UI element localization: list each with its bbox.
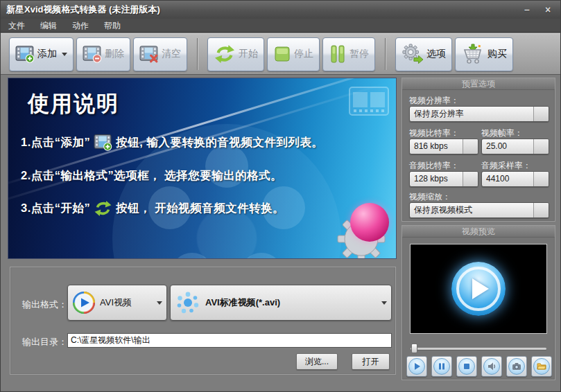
stop-button[interactable]: 停止 bbox=[267, 37, 320, 71]
buy-button[interactable]: 购买 bbox=[455, 37, 513, 71]
format-profile-value: AVI标准视频(*.avi) bbox=[205, 296, 377, 309]
pause-button-label: 暂停 bbox=[349, 48, 369, 60]
media-player-icon bbox=[72, 291, 96, 314]
title-bar: 新星Xvid视频格式转换器 (未注册版本) – × bbox=[1, 1, 560, 19]
folder-icon bbox=[533, 358, 550, 375]
mute-button[interactable] bbox=[481, 356, 502, 377]
step1-text-post: 按钮, 输入要转换的音视频文件到列表。 bbox=[116, 135, 323, 150]
slider-thumb[interactable] bbox=[411, 344, 417, 353]
pause-button[interactable]: 暂停 bbox=[322, 37, 375, 71]
buy-cart-icon bbox=[461, 44, 485, 64]
volume-icon bbox=[483, 358, 500, 375]
preview-screen bbox=[410, 244, 547, 334]
globe-gear-icon bbox=[332, 199, 397, 259]
pause-icon bbox=[433, 358, 450, 375]
preview-play-button[interactable] bbox=[406, 356, 427, 377]
stop-button-label: 停止 bbox=[294, 48, 313, 60]
clear-film-icon bbox=[139, 45, 159, 63]
menu-item-edit[interactable]: 编辑 bbox=[33, 19, 64, 33]
chevron-down-icon[interactable] bbox=[533, 139, 549, 154]
format-profile-select[interactable]: AVI标准视频(*.avi) bbox=[170, 285, 392, 321]
chevron-down-icon[interactable] bbox=[533, 172, 549, 186]
browse-button[interactable]: 浏览... bbox=[296, 353, 338, 370]
video-bitrate-select[interactable]: 816 kbps bbox=[409, 139, 478, 154]
start-icon bbox=[214, 44, 236, 64]
window-title: 新星Xvid视频格式转换器 (未注册版本) bbox=[6, 3, 160, 16]
delete-button[interactable]: 删除 bbox=[76, 37, 130, 71]
open-button[interactable]: 打开 bbox=[352, 353, 390, 370]
add-film-icon bbox=[15, 45, 35, 63]
resolution-label: 视频分辨率： bbox=[409, 95, 459, 107]
framerate-select[interactable]: 25.00 bbox=[481, 139, 549, 154]
molecule-icon bbox=[175, 289, 201, 316]
audio-bitrate-select[interactable]: 128 kbps bbox=[409, 171, 478, 187]
options-button[interactable]: 选项 bbox=[395, 37, 452, 71]
start-icon bbox=[94, 200, 112, 217]
chevron-down-icon[interactable] bbox=[463, 172, 478, 186]
snapshot-button[interactable] bbox=[506, 356, 527, 377]
resolution-select[interactable]: 保持原分辨率 bbox=[409, 106, 549, 122]
delete-film-icon bbox=[83, 45, 102, 63]
clear-button-label: 清空 bbox=[162, 48, 181, 60]
step1-text-pre: 1.点击“添加” bbox=[21, 135, 90, 150]
format-category-value: AVI视频 bbox=[100, 296, 153, 309]
chevron-down-icon[interactable] bbox=[533, 203, 549, 217]
preview-pause-button[interactable] bbox=[431, 356, 452, 377]
chevron-down-icon[interactable] bbox=[463, 139, 478, 154]
audio-bitrate-label: 音频比特率： bbox=[409, 160, 459, 172]
toolbar-separator bbox=[385, 38, 386, 70]
open-folder-button[interactable] bbox=[531, 356, 552, 377]
start-button-label: 开始 bbox=[239, 48, 258, 60]
chevron-down-icon bbox=[381, 301, 387, 305]
video-bitrate-label: 视频比特率： bbox=[409, 127, 459, 139]
video-scale-select[interactable]: 保持原视频模式 bbox=[409, 202, 549, 218]
menu-item-help[interactable]: 帮助 bbox=[96, 19, 128, 33]
output-panel: 输出格式： AVI视频 bbox=[10, 267, 396, 375]
filmstrip-icon bbox=[349, 87, 389, 116]
chevron-down-icon[interactable] bbox=[533, 107, 549, 121]
step3-text-post: 按钮， 开始视频音频文件转换。 bbox=[116, 201, 284, 216]
pause-icon bbox=[329, 44, 347, 64]
framerate-label: 视频帧率： bbox=[481, 127, 523, 139]
banner-step-1: 1.点击“添加” 按钮, 输入要转换的音视频文件到列表。 bbox=[21, 134, 323, 151]
start-button[interactable]: 开始 bbox=[207, 37, 264, 71]
play-button-icon[interactable] bbox=[451, 262, 506, 316]
menu-item-file[interactable]: 文件 bbox=[1, 19, 33, 33]
audio-bitrate-value: 128 kbps bbox=[410, 172, 463, 186]
output-format-label: 输出格式： bbox=[22, 299, 67, 311]
seek-slider[interactable] bbox=[411, 344, 546, 353]
menu-item-action[interactable]: 动作 bbox=[64, 19, 96, 33]
close-icon[interactable]: × bbox=[541, 4, 555, 15]
samplerate-select[interactable]: 44100 bbox=[481, 171, 549, 187]
resolution-value: 保持原分辨率 bbox=[410, 107, 533, 121]
clear-button[interactable]: 清空 bbox=[133, 37, 187, 71]
options-gear-icon bbox=[402, 44, 424, 64]
add-film-icon bbox=[94, 134, 112, 151]
banner-step-3: 3.点击“开始” 按钮， 开始视频音频文件转换。 bbox=[21, 200, 284, 217]
toolbar: 添加 删除 bbox=[1, 33, 560, 75]
add-button-label: 添加 bbox=[37, 48, 57, 60]
toolbar-separator bbox=[197, 38, 198, 70]
camera-icon bbox=[508, 358, 525, 375]
banner-step-2: 2.点击“输出格式”选项框， 选择您要输出的格式。 bbox=[21, 168, 282, 184]
format-category-select[interactable]: AVI视频 bbox=[67, 285, 167, 321]
step3-text-pre: 3.点击“开始” bbox=[21, 201, 90, 216]
framerate-value: 25.00 bbox=[482, 139, 533, 154]
chevron-down-icon bbox=[62, 53, 67, 56]
output-dir-input[interactable] bbox=[67, 333, 392, 348]
chevron-down-icon bbox=[157, 301, 162, 305]
minimize-icon[interactable]: – bbox=[520, 4, 534, 15]
add-button[interactable]: 添加 bbox=[9, 37, 74, 71]
app-window: 新星Xvid视频格式转换器 (未注册版本) – × 文件 编辑 动作 帮助 bbox=[0, 0, 561, 392]
options-button-label: 选项 bbox=[426, 48, 446, 60]
instructions-banner: 使用说明 1.点击“添加” 按钮, 输入要转换的音视频文件到列表。 2.点击“输… bbox=[8, 78, 397, 259]
preset-group-title: 预置选项 bbox=[402, 78, 555, 90]
samplerate-label: 音频采样率： bbox=[481, 160, 531, 172]
preset-options-group: 预置选项 视频分辨率： 保持原分辨率 视频比特率： 视频帧率： 816 kbps… bbox=[402, 78, 555, 222]
stop-icon bbox=[273, 45, 291, 63]
delete-button-label: 删除 bbox=[105, 48, 124, 60]
samplerate-value: 44100 bbox=[482, 172, 533, 186]
preview-stop-button[interactable] bbox=[456, 356, 477, 377]
playback-controls bbox=[406, 356, 552, 377]
stop-icon bbox=[458, 358, 475, 375]
